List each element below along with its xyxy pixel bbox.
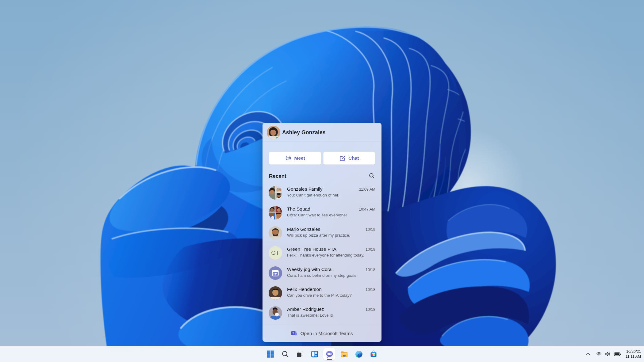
svg-text:T: T	[292, 332, 294, 335]
